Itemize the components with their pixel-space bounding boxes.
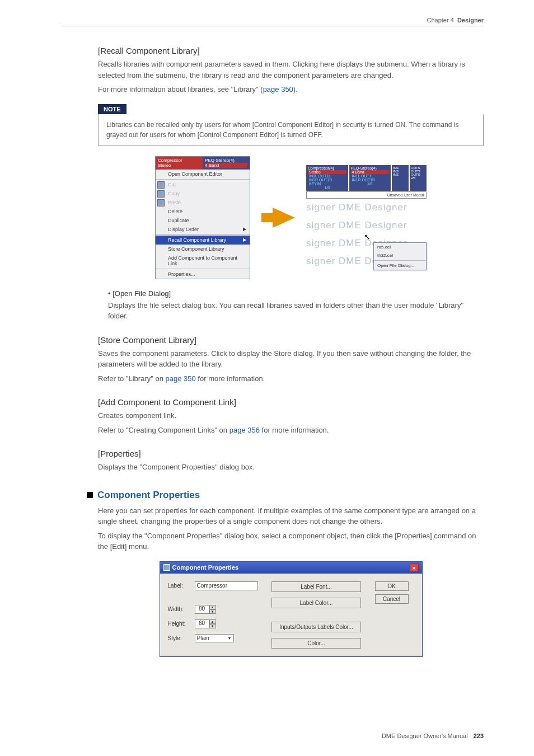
chevron-down-icon: ▼	[209, 624, 216, 628]
chapter-label: Chapter 4	[427, 17, 453, 24]
dialog-titlebar: Component Properties ×	[160, 562, 422, 574]
submenu-open-file-dialog: Open File Dialog...	[374, 261, 426, 270]
page-number: 223	[474, 732, 484, 739]
cursor-icon: ↖	[364, 232, 371, 241]
submenu-item-1: ra5.cel	[374, 243, 426, 251]
open-file-dialog-heading: • [Open File Dialog]	[108, 289, 484, 298]
recall-library-heading: [Recall Component Library]	[98, 46, 484, 55]
add-component-link-ref: Refer to "Creating Component Links" on p…	[98, 425, 484, 436]
context-menu-figure: CompressorStereo PEQ-Stereo(4)4 Band Ope…	[155, 156, 250, 279]
ctx-properties: Properties...	[156, 270, 250, 279]
ok-button[interactable]: OK	[375, 581, 409, 591]
label-label: Label:	[168, 583, 190, 589]
store-library-ref: Refer to "Library" on page 350 for more …	[98, 373, 484, 384]
chevron-up-icon: ▲	[209, 619, 216, 624]
height-label: Height:	[168, 621, 190, 627]
page-header: Chapter 4 Designer	[62, 17, 484, 26]
width-label: Width:	[168, 606, 190, 612]
cut-icon	[157, 181, 165, 189]
designer-canvas-figure: Compressor(4) Stereo IN1L OUT1L IN1R OUT…	[306, 165, 427, 270]
height-stepper[interactable]: 60▲▼	[195, 619, 217, 628]
properties-desc: Displays the "Component Properties" dial…	[98, 462, 484, 473]
store-library-heading: [Store Component Library]	[98, 335, 484, 345]
cancel-button[interactable]: Cancel	[375, 594, 409, 604]
color-button[interactable]: Color...	[271, 638, 361, 649]
properties-heading: [Properties]	[98, 449, 484, 458]
dialog-title-text: Component Properties	[172, 564, 239, 571]
page-footer: DME Designer Owner's Manual 223	[62, 732, 484, 739]
page-350-link-2[interactable]: page 350	[166, 374, 196, 383]
recall-library-desc: Recalls libraries with component paramet…	[98, 59, 484, 81]
arrow-head-icon	[273, 208, 295, 228]
page-350-link[interactable]: page 350	[263, 85, 293, 93]
ctx-cut: Cut	[156, 180, 250, 189]
label-font-button[interactable]: Label Font...	[271, 581, 361, 592]
bullet-square-icon	[87, 492, 93, 498]
chevron-down-icon: ▼	[228, 636, 232, 640]
label-input[interactable]: Compressor	[195, 581, 258, 590]
ctx-display-order: Display Order▶	[156, 225, 250, 234]
close-icon[interactable]: ×	[410, 564, 419, 572]
ctx-add-link: Add Component to Component Link	[156, 253, 250, 268]
header-rule	[62, 26, 484, 26]
figure-row: CompressorStereo PEQ-Stereo(4)4 Band Ope…	[98, 156, 484, 279]
component-properties-heading: Component Properties	[87, 490, 484, 501]
dialog-icon	[163, 564, 170, 571]
component-properties-dialog: Component Properties × Label: Compressor…	[160, 561, 423, 657]
page-356-link[interactable]: page 356	[229, 426, 260, 434]
ctx-paste: Paste	[156, 198, 250, 207]
width-stepper[interactable]: 80▲▼	[195, 605, 217, 614]
style-label: Style:	[168, 635, 190, 641]
submenu-item-2: th32.cel	[374, 251, 426, 260]
ctx-open-editor: Open Component Editor	[156, 170, 250, 179]
recall-submenu: ra5.cel th32.cel Open File Dialog...	[373, 242, 427, 270]
store-library-desc: Saves the component parameters. Click to…	[98, 348, 484, 370]
ctx-duplicate: Duplicate	[156, 216, 250, 225]
ctx-recall-library: Recall Component Library▶	[156, 236, 250, 245]
open-file-dialog-desc: Displays the file select dialog box. You…	[108, 300, 484, 322]
ctx-store-library: Store Component Library	[156, 245, 250, 253]
note-label: NOTE	[98, 104, 127, 114]
chevron-up-icon: ▲	[209, 605, 216, 609]
note-text: Libraries can be recalled only by users …	[98, 114, 484, 146]
add-component-link-desc1: Creates component link.	[98, 410, 484, 421]
label-color-button[interactable]: Label Color...	[271, 598, 361, 608]
copy-icon	[157, 190, 165, 198]
chevron-down-icon: ▼	[209, 609, 216, 614]
paste-icon	[157, 199, 165, 206]
ctx-copy: Copy	[156, 189, 250, 198]
recall-library-ref: For more information about libraries, se…	[98, 84, 484, 95]
section-label: Designer	[457, 17, 484, 24]
ctx-delete: Delete	[156, 207, 250, 216]
component-properties-p1: Here you can set properties for each com…	[98, 505, 484, 527]
style-select[interactable]: Plain▼	[195, 634, 234, 642]
component-properties-p2: To display the "Component Properties" di…	[98, 530, 484, 552]
manual-title: DME Designer Owner's Manual	[382, 732, 468, 739]
add-component-link-heading: [Add Component to Component Link]	[98, 397, 484, 407]
io-labels-color-button[interactable]: Inputs/Outputs Labels Color...	[271, 622, 361, 632]
